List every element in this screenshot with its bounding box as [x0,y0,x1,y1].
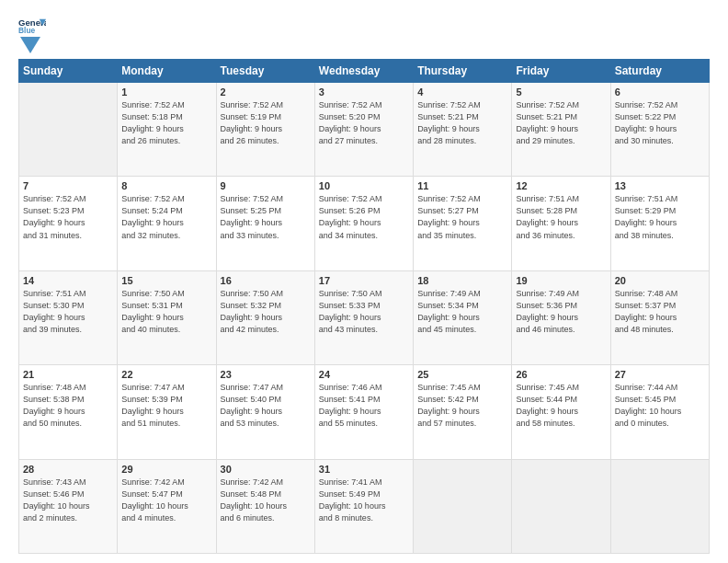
day-number: 30 [221,464,311,475]
day-number: 14 [23,275,113,286]
calendar-cell: 1Sunrise: 7:52 AM Sunset: 5:18 PM Daylig… [118,83,216,177]
day-info: Sunrise: 7:48 AM Sunset: 5:38 PM Dayligh… [23,382,113,430]
day-number: 25 [417,369,507,380]
calendar-body: 1Sunrise: 7:52 AM Sunset: 5:18 PM Daylig… [19,83,710,554]
day-number: 20 [615,275,705,286]
weekday-header: Saturday [610,60,709,83]
day-number: 8 [121,180,211,191]
day-info: Sunrise: 7:52 AM Sunset: 5:18 PM Dayligh… [121,99,211,147]
calendar-cell: 11Sunrise: 7:52 AM Sunset: 5:27 PM Dayli… [414,177,512,270]
calendar-cell: 15Sunrise: 7:50 AM Sunset: 5:31 PM Dayli… [118,270,216,364]
day-info: Sunrise: 7:52 AM Sunset: 5:26 PM Dayligh… [319,193,409,241]
calendar-cell: 27Sunrise: 7:44 AM Sunset: 5:45 PM Dayli… [610,365,709,459]
day-number: 19 [516,275,606,286]
day-info: Sunrise: 7:43 AM Sunset: 5:46 PM Dayligh… [23,477,113,524]
calendar-cell: 30Sunrise: 7:42 AM Sunset: 5:48 PM Dayli… [216,459,314,553]
day-info: Sunrise: 7:52 AM Sunset: 5:20 PM Dayligh… [319,99,409,147]
day-number: 24 [319,369,409,380]
day-info: Sunrise: 7:51 AM Sunset: 5:29 PM Dayligh… [615,193,705,241]
header: General Blue [18,17,710,50]
day-number: 23 [221,369,311,380]
calendar-cell: 12Sunrise: 7:51 AM Sunset: 5:28 PM Dayli… [512,177,610,270]
day-number: 18 [417,275,507,286]
day-number: 6 [615,86,705,98]
calendar-week-row: 14Sunrise: 7:51 AM Sunset: 5:30 PM Dayli… [19,270,710,364]
calendar-cell: 16Sunrise: 7:50 AM Sunset: 5:32 PM Dayli… [216,270,314,364]
weekday-header: Wednesday [314,60,413,83]
calendar-cell: 24Sunrise: 7:46 AM Sunset: 5:41 PM Dayli… [314,365,413,459]
day-info: Sunrise: 7:44 AM Sunset: 5:45 PM Dayligh… [615,382,705,430]
calendar-cell: 2Sunrise: 7:52 AM Sunset: 5:19 PM Daylig… [216,83,314,177]
day-info: Sunrise: 7:52 AM Sunset: 5:25 PM Dayligh… [221,193,311,241]
day-info: Sunrise: 7:52 AM Sunset: 5:19 PM Dayligh… [221,99,311,147]
day-info: Sunrise: 7:49 AM Sunset: 5:36 PM Dayligh… [516,288,606,336]
day-info: Sunrise: 7:49 AM Sunset: 5:34 PM Dayligh… [417,288,507,336]
day-number: 2 [221,86,311,98]
day-number: 16 [221,275,311,286]
day-info: Sunrise: 7:41 AM Sunset: 5:49 PM Dayligh… [319,477,409,524]
day-number: 13 [615,180,705,191]
calendar-cell: 19Sunrise: 7:49 AM Sunset: 5:36 PM Dayli… [512,270,610,364]
calendar-header-row: SundayMondayTuesdayWednesdayThursdayFrid… [19,60,710,83]
calendar-cell [512,459,610,553]
day-info: Sunrise: 7:50 AM Sunset: 5:33 PM Dayligh… [319,288,409,336]
calendar-cell: 29Sunrise: 7:42 AM Sunset: 5:47 PM Dayli… [118,459,216,553]
weekday-header: Tuesday [216,60,314,83]
day-number: 21 [23,369,113,380]
day-info: Sunrise: 7:52 AM Sunset: 5:27 PM Dayligh… [417,193,507,241]
day-info: Sunrise: 7:47 AM Sunset: 5:40 PM Dayligh… [221,382,311,430]
day-info: Sunrise: 7:45 AM Sunset: 5:42 PM Dayligh… [417,382,507,430]
day-info: Sunrise: 7:42 AM Sunset: 5:47 PM Dayligh… [121,477,211,524]
svg-marker-3 [20,37,40,53]
day-number: 27 [615,369,705,380]
day-info: Sunrise: 7:51 AM Sunset: 5:30 PM Dayligh… [23,288,113,336]
day-info: Sunrise: 7:50 AM Sunset: 5:32 PM Dayligh… [221,288,311,336]
day-info: Sunrise: 7:52 AM Sunset: 5:21 PM Dayligh… [516,99,606,147]
calendar-cell: 20Sunrise: 7:48 AM Sunset: 5:37 PM Dayli… [610,270,709,364]
day-number: 29 [121,464,211,475]
day-number: 11 [417,180,507,191]
day-number: 17 [319,275,409,286]
calendar-cell: 3Sunrise: 7:52 AM Sunset: 5:20 PM Daylig… [314,83,413,177]
calendar-cell: 26Sunrise: 7:45 AM Sunset: 5:44 PM Dayli… [512,365,610,459]
calendar-cell: 6Sunrise: 7:52 AM Sunset: 5:22 PM Daylig… [610,83,709,177]
calendar-week-row: 7Sunrise: 7:52 AM Sunset: 5:23 PM Daylig… [19,177,710,270]
weekday-header: Sunday [19,60,118,83]
svg-text:Blue: Blue [18,26,36,35]
day-number: 26 [516,369,606,380]
day-info: Sunrise: 7:52 AM Sunset: 5:22 PM Dayligh… [615,99,705,147]
day-info: Sunrise: 7:42 AM Sunset: 5:48 PM Dayligh… [221,477,311,524]
day-number: 10 [319,180,409,191]
calendar-cell: 25Sunrise: 7:45 AM Sunset: 5:42 PM Dayli… [414,365,512,459]
day-info: Sunrise: 7:52 AM Sunset: 5:23 PM Dayligh… [23,193,113,241]
day-number: 3 [319,86,409,98]
calendar-cell: 7Sunrise: 7:52 AM Sunset: 5:23 PM Daylig… [19,177,118,270]
calendar-cell: 17Sunrise: 7:50 AM Sunset: 5:33 PM Dayli… [314,270,413,364]
day-info: Sunrise: 7:47 AM Sunset: 5:39 PM Dayligh… [121,382,211,430]
day-info: Sunrise: 7:50 AM Sunset: 5:31 PM Dayligh… [121,288,211,336]
weekday-header: Thursday [414,60,512,83]
day-number: 1 [121,86,211,98]
day-number: 15 [121,275,211,286]
day-info: Sunrise: 7:46 AM Sunset: 5:41 PM Dayligh… [319,382,409,430]
logo-arrow-icon [20,37,40,53]
calendar-cell: 10Sunrise: 7:52 AM Sunset: 5:26 PM Dayli… [314,177,413,270]
day-number: 12 [516,180,606,191]
logo: General Blue [18,17,46,50]
calendar-cell: 9Sunrise: 7:52 AM Sunset: 5:25 PM Daylig… [216,177,314,270]
day-number: 28 [23,464,113,475]
calendar-week-row: 1Sunrise: 7:52 AM Sunset: 5:18 PM Daylig… [19,83,710,177]
day-number: 31 [319,464,409,475]
day-number: 4 [417,86,507,98]
calendar-cell: 22Sunrise: 7:47 AM Sunset: 5:39 PM Dayli… [118,365,216,459]
day-number: 22 [121,369,211,380]
calendar-table: SundayMondayTuesdayWednesdayThursdayFrid… [18,59,710,554]
calendar-cell: 5Sunrise: 7:52 AM Sunset: 5:21 PM Daylig… [512,83,610,177]
calendar-cell [414,459,512,553]
day-number: 5 [516,86,606,98]
day-info: Sunrise: 7:52 AM Sunset: 5:21 PM Dayligh… [417,99,507,147]
weekday-header: Friday [512,60,610,83]
calendar-cell: 4Sunrise: 7:52 AM Sunset: 5:21 PM Daylig… [414,83,512,177]
day-info: Sunrise: 7:48 AM Sunset: 5:37 PM Dayligh… [615,288,705,336]
day-number: 9 [221,180,311,191]
